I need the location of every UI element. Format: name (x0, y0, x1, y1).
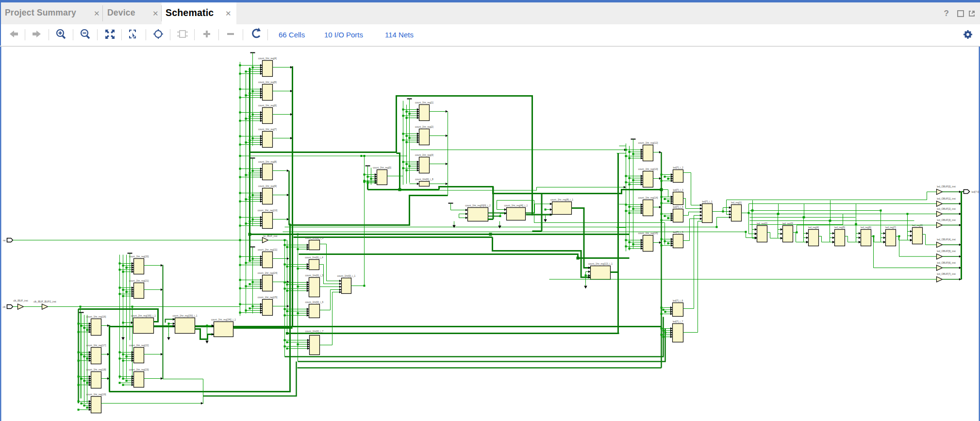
svg-text:count_1hz_reg[12]_i_1: count_1hz_reg[12]_i_1 (588, 263, 613, 265)
svg-text:count_1hz_reg[7]: count_1hz_reg[7] (258, 128, 277, 131)
svg-text:led_reg[7]: led_reg[7] (885, 226, 896, 229)
svg-text:led_reg[1]: led_reg[1] (731, 202, 742, 204)
svg-text:led_OBUF[1]_inst: led_OBUF[1]_inst (937, 198, 956, 200)
svg-text:clk_IBUF_BUFG_inst: clk_IBUF_BUFG_inst (33, 301, 56, 303)
svg-text:count_1hz_reg[6]: count_1hz_reg[6] (258, 104, 277, 107)
svg-text:count_1hz_reg[4][_i_1: count_1hz_reg[4][_i_1 (504, 204, 528, 207)
svg-text:clk: clk (3, 306, 6, 308)
svg-text:led_OBUF[6]_inst: led_OBUF[6]_inst (937, 262, 956, 264)
svg-text:count_1hz_reg[0][0]_i_2: count_1hz_reg[0][0]_i_2 (465, 204, 491, 207)
svg-text:count_1hz_reg[8]_i_1: count_1hz_reg[8]_i_1 (550, 199, 573, 201)
svg-text:count_1hz_reg[3]: count_1hz_reg[3] (415, 154, 433, 156)
svg-text:count_1hz_reg[15]: count_1hz_reg[15] (638, 232, 658, 235)
svg-text:clk_IBUF_inst: clk_IBUF_inst (13, 300, 28, 302)
svg-text:count_1hz_reg[2]: count_1hz_reg[2] (415, 126, 433, 128)
svg-text:led_OBUF[7]_inst: led_OBUF[7]_inst (937, 273, 956, 275)
svg-text:led[7]_i_7: led[7]_i_7 (673, 320, 683, 323)
svg-text:led_reg[6]: led_reg[6] (861, 226, 871, 229)
svg-text:led[7]_i_1: led[7]_i_1 (702, 201, 712, 203)
svg-text:rst_IBUF_inst: rst_IBUF_inst (263, 235, 278, 237)
svg-text:led[7]_i_6: led[7]_i_6 (673, 300, 683, 302)
svg-text:led_OBUF[5]_inst: led_OBUF[5]_inst (937, 250, 956, 253)
svg-text:count_1hz_reg[0]: count_1hz_reg[0] (373, 167, 391, 169)
svg-text:led[7:0]: led[7:0] (972, 191, 980, 193)
svg-text:count_1hz[0]_i_7: count_1hz[0]_i_7 (305, 330, 324, 333)
svg-text:count_1hz_reg[16]: count_1hz_reg[16] (86, 316, 106, 318)
svg-text:led[7]_i_5: led[7]_i_5 (673, 231, 683, 234)
svg-text:count_1hz[0]_i_5: count_1hz[0]_i_5 (305, 274, 324, 277)
svg-text:count_1hz_reg[17]: count_1hz_reg[17] (86, 344, 106, 347)
svg-text:count_1hz_reg[12]: count_1hz_reg[12] (638, 142, 658, 144)
svg-text:led_OBUF[3]_inst: led_OBUF[3]_inst (937, 219, 956, 221)
svg-text:led_reg[2]: led_reg[2] (757, 222, 767, 225)
svg-text:count_1hz_reg[22]: count_1hz_reg[22] (129, 344, 149, 347)
svg-text:led_reg[5]: led_reg[5] (834, 226, 845, 229)
svg-text:count_1hz_reg[8]: count_1hz_reg[8] (258, 161, 277, 163)
svg-text:count_1hz_reg[4]: count_1hz_reg[4] (258, 57, 277, 60)
svg-text:count_1hz_reg[20][_i_1: count_1hz_reg[20][_i_1 (172, 315, 197, 317)
svg-text:count_1hz_reg[9]: count_1hz_reg[9] (258, 185, 277, 187)
svg-text:count_1hz_reg[14]: count_1hz_reg[14] (638, 197, 658, 199)
svg-text:count_1hz_reg[13]: count_1hz_reg[13] (638, 168, 658, 170)
svg-text:led[7]_i_2: led[7]_i_2 (673, 167, 683, 169)
svg-text:led_OBUF[4]_inst: led_OBUF[4]_inst (937, 238, 956, 241)
svg-text:led[7]_i_4: led[7]_i_4 (673, 206, 683, 208)
svg-text:led[7]_i_3: led[7]_i_3 (673, 189, 683, 191)
svg-text:count_1hz_reg[16][_i_1: count_1hz_reg[16][_i_1 (131, 315, 156, 317)
svg-text:count_1hz_reg[1]: count_1hz_reg[1] (415, 101, 433, 104)
svg-text:led_OBUF[0]_inst: led_OBUF[0]_inst (937, 185, 956, 188)
svg-text:led_reg[4]: led_reg[4] (808, 226, 819, 229)
svg-text:led_OBUF[2]_inst: led_OBUF[2]_inst (937, 208, 956, 210)
svg-text:count_1hz_reg[24][_i_1: count_1hz_reg[24][_i_1 (211, 319, 236, 321)
svg-text:count_1hz[0]_i_8: count_1hz[0]_i_8 (415, 178, 433, 181)
svg-text:count_1hz_reg[24]: count_1hz_reg[24] (258, 272, 278, 274)
svg-text:count_1hz_reg[21]: count_1hz_reg[21] (129, 280, 149, 282)
svg-text:count_1hz_reg[10]: count_1hz_reg[10] (258, 209, 278, 212)
svg-text:count_1hz_reg[5]: count_1hz_reg[5] (258, 81, 277, 84)
svg-text:count_1hz[0]_i_6: count_1hz[0]_i_6 (305, 301, 324, 303)
svg-text:count_1hz_reg[19]: count_1hz_reg[19] (86, 393, 106, 396)
svg-text:rst: rst (3, 239, 6, 242)
svg-text:count_1hz_reg[25]: count_1hz_reg[25] (258, 296, 278, 299)
svg-text:count_1hz_reg[18]: count_1hz_reg[18] (86, 369, 106, 371)
svg-text:count_1hz_reg[20]: count_1hz_reg[20] (129, 255, 149, 258)
svg-text:count_1hz_reg[11]: count_1hz_reg[11] (258, 249, 278, 251)
svg-text:count_1hz[0]_i_4: count_1hz[0]_i_4 (305, 256, 323, 259)
svg-text:led_reg[3]: led_reg[3] (782, 222, 793, 225)
svg-text:count_1hz_reg[23]: count_1hz_reg[23] (129, 369, 149, 371)
svg-text:count_1hz[0]_i_3: count_1hz[0]_i_3 (305, 237, 324, 239)
svg-text:count_1hz[0]_i_1: count_1hz[0]_i_1 (337, 275, 356, 277)
